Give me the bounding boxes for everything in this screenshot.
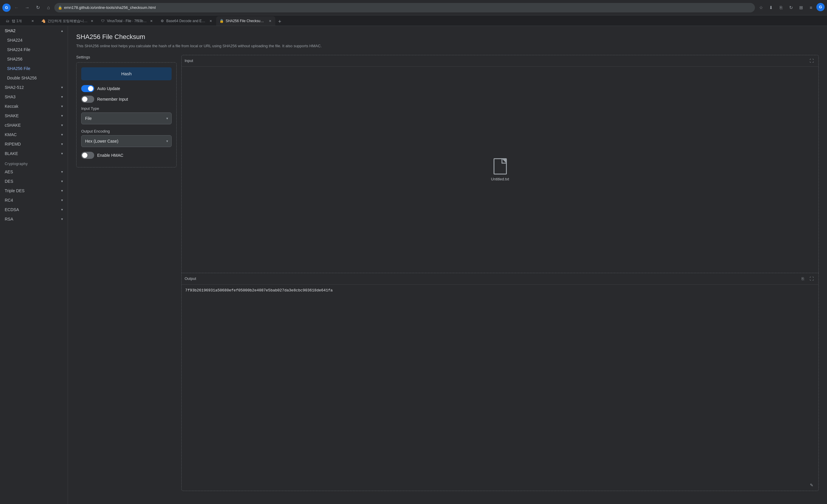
auto-update-slider [81,85,94,92]
profile-icon[interactable]: G [816,3,825,11]
output-edit-button[interactable]: ✎ [808,481,816,489]
input-header-icons: ⛶ [808,57,816,65]
sidebar-item-ripemd[interactable]: RIPEMD ▾ [0,139,68,149]
auto-update-row: Auto Update [81,85,172,92]
des-chevron-icon: ▾ [61,179,63,183]
back-button[interactable]: ← [12,3,21,12]
tab-1-favicon: 🗂 [5,18,10,23]
ripemd-chevron-icon: ▾ [61,142,63,146]
tab-3-close[interactable]: ✕ [149,18,154,23]
sidebar-item-sha224[interactable]: SHA224 [0,36,68,45]
bookmark-button[interactable]: ☆ [756,3,766,12]
input-type-select[interactable]: File Text URL [81,112,172,124]
sidebar-item-ecdsa[interactable]: ECDSA ▾ [0,205,68,214]
remember-input-slider [81,96,94,103]
browser-chrome: G ← → ↻ ⌂ 🔒 emn178.github.io/online-tool… [0,0,827,15]
remember-input-toggle[interactable] [81,96,94,103]
cshake-chevron-icon: ▾ [61,123,63,127]
refresh-button[interactable]: ↻ [33,3,43,12]
enable-hmac-slider [81,152,94,159]
tab-5-close[interactable]: ✕ [267,18,272,23]
tab-3[interactable]: 🛡 VirusTotal - File · 7f93b2619693t... ✕ [97,16,156,26]
settings-label: Settings [76,55,177,59]
output-encoding-select[interactable]: Hex (Lower Case) Hex (Upper Case) Base64… [81,135,172,147]
sidebar-item-aes[interactable]: AES ▾ [0,167,68,177]
enable-hmac-label: Enable HMAC [97,153,124,158]
sidebar-item-rc4[interactable]: RC4 ▾ [0,195,68,205]
refresh-toolbar-button[interactable]: ↻ [786,3,796,12]
enable-hmac-toggle[interactable] [81,152,94,159]
share-button[interactable]: ⎘ [776,3,786,12]
kmac-chevron-icon: ▾ [61,133,63,137]
tab-1-label: 탭 1개 [12,18,28,23]
remember-input-row: Remember Input [81,96,172,103]
output-copy-button[interactable]: ⎘ [799,275,807,283]
sidebar-item-sha256[interactable]: SHA256 [0,54,68,64]
enable-hmac-row: Enable HMAC [81,152,172,159]
input-type-select-wrapper: File Text URL ▾ [81,112,172,124]
tab-4-favicon: ⚙ [160,18,164,23]
sidebar-item-doublesha256[interactable]: Double SHA256 [0,73,68,83]
output-label: Output [185,276,196,281]
output-footer: ✎ [182,480,818,491]
output-expand-button[interactable]: ⛶ [808,275,816,283]
file-name: Untitled.txt [491,177,509,181]
home-button[interactable]: ⌂ [44,3,53,12]
file-shape-icon [493,158,507,174]
input-expand-button[interactable]: ⛶ [808,57,816,65]
hash-button[interactable]: Hash [81,67,172,80]
new-tab-button[interactable]: + [276,17,284,26]
address-bar[interactable]: 🔒 emn178.github.io/online-tools/sha256_c… [54,3,755,12]
output-encoding-label: Output Encoding [81,129,172,134]
sidebar-item-sha2512[interactable]: SHA2-512 ▾ [0,83,68,92]
sidebar-item-sha2[interactable]: SHA2 ▴ [0,26,68,36]
sha2512-chevron-icon: ▾ [61,85,63,90]
sidebar-item-rsa[interactable]: RSA ▾ [0,214,68,224]
address-text: emn178.github.io/online-tools/sha256_che… [64,5,156,10]
profile-button[interactable]: G [2,4,11,12]
input-type-group: Input Type File Text URL ▾ [81,106,172,124]
auto-update-label: Auto Update [97,86,120,91]
cryptography-section-header: Cryptography [0,158,68,167]
tab-1[interactable]: 🗂 탭 1개 ✕ [2,16,38,26]
main-layout: SHA2 ▴ SHA224 SHA224 File SHA256 SHA256 … [0,26,827,504]
sidebar-item-triple-des[interactable]: Triple DES ▾ [0,186,68,195]
menu-button[interactable]: ≡ [806,3,816,12]
tab-4[interactable]: ⚙ Base64 Decode and Encode - On... ✕ [157,16,216,26]
sha2-chevron-icon: ▴ [61,29,63,33]
file-display: Untitled.txt [182,67,818,273]
remember-input-label: Remember Input [97,97,128,102]
tab-4-close[interactable]: ✕ [208,18,213,23]
settings-container: Hash Auto Update Remember Input [76,62,177,167]
extensions-button[interactable]: ⊞ [796,3,806,12]
sidebar-item-sha256file[interactable]: SHA256 File [0,64,68,73]
ecdsa-chevron-icon: ▾ [61,208,63,212]
tab-2-close[interactable]: ✕ [90,18,94,23]
rc4-chevron-icon: ▾ [61,198,63,202]
tab-5-favicon: 🔒 [219,18,224,23]
output-header-icons: ⎘ ⛶ [799,275,816,283]
sidebar-item-keccak[interactable]: Keccak ▾ [0,102,68,111]
sidebar-item-des[interactable]: DES ▾ [0,177,68,186]
download-button[interactable]: ⬇ [766,3,776,12]
sidebar-item-sha224file[interactable]: SHA224 File [0,45,68,54]
tab-3-label: VirusTotal - File · 7f93b2619693t... [107,19,147,23]
forward-button[interactable]: → [22,3,32,12]
output-section: Output ⎘ ⛶ 7f93b26196931a50680efef05000b… [181,273,819,491]
sidebar-item-kmac[interactable]: KMAC ▾ [0,130,68,139]
tab-1-close[interactable]: ✕ [30,18,35,23]
sidebar-item-shake[interactable]: SHAKE ▾ [0,111,68,120]
tab-2[interactable]: 🐴 간단하게 포팅해봤습니다. - 한마포 ✕ [38,16,97,26]
triple-des-chevron-icon: ▾ [61,189,63,193]
sidebar-item-blake[interactable]: BLAKE ▾ [0,149,68,158]
settings-panel: Settings Hash Auto Update [76,55,177,491]
toolbar-icons: ☆ ⬇ ⎘ ↻ ⊞ ≡ G [756,3,825,12]
tab-2-label: 간단하게 포팅해봤습니다. - 한마포 [48,18,88,23]
content-area: SHA256 File Checksum This SHA256 online … [68,26,827,504]
sidebar-item-cshake[interactable]: cSHAKE ▾ [0,120,68,130]
sidebar-item-sha3[interactable]: SHA3 ▾ [0,92,68,102]
auto-update-toggle[interactable] [81,85,94,92]
tab-5[interactable]: 🔒 SHA256 File Checksum - Online T... ✕ [216,16,275,26]
output-value: 7f93b26196931a50680efef05000b2e4087e5bab… [182,285,818,480]
input-header: Input ⛶ [182,55,818,67]
